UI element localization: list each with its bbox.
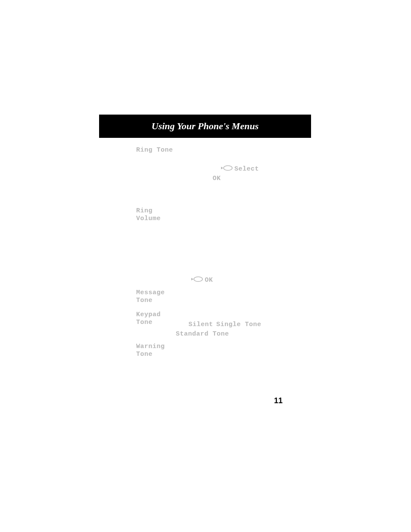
- opt-silent: Silent: [189, 321, 213, 328]
- page-title: Using Your Phone's Menus: [152, 121, 258, 132]
- ring-volume-p3-before: Press: [176, 276, 191, 283]
- softkey-icon: [191, 276, 203, 284]
- ok-label-1: OK: [212, 175, 221, 182]
- ok-label-2: OK: [205, 277, 213, 284]
- desc-ring-volume: Sets the ringer loudness. Use the scroll…: [176, 207, 286, 285]
- softkey-icon: [221, 165, 233, 173]
- row-keypad-tone: Keypad Tone Sets the sound made each tim…: [136, 311, 286, 339]
- ring-volume-p3-after: to save your setting.: [215, 276, 267, 283]
- opt-single: Single Tone: [216, 321, 262, 328]
- ring-volume-p2: Selecting the lowest step turns the ring…: [176, 242, 281, 267]
- label-ring-volume: Ring Volume: [136, 207, 176, 223]
- select-label: Select: [234, 165, 259, 173]
- label-message-tone: Message Tone: [136, 289, 176, 305]
- ring-volume-p1: Sets the ringer loudness. Use the scroll…: [176, 208, 276, 233]
- page-number: 11: [274, 396, 283, 405]
- desc-keypad-tone: Sets the sound made each time you press …: [176, 311, 286, 339]
- row-message-tone: Message Tone Chooses the alert played wh…: [136, 289, 286, 307]
- sep2: or: [262, 320, 268, 327]
- opt-standard: Standard Tone: [176, 330, 229, 338]
- row-ring-tone: Ring Tone Allows you to select a distinc…: [136, 146, 286, 192]
- svg-point-0: [224, 165, 232, 170]
- page: Using Your Phone's Menus Ring Tone Allow…: [0, 0, 411, 532]
- message-tone-p1: Chooses the alert played when a text or …: [176, 290, 277, 305]
- label-warning-tone: Warning Tone: [136, 343, 176, 358]
- keypad-tone-after: .: [229, 330, 231, 337]
- sep1: ,: [213, 320, 217, 327]
- desc-ring-tone: Allows you to select a distinctive ring …: [176, 146, 286, 192]
- row-ring-volume: Ring Volume Sets the ringer loudness. Us…: [136, 207, 286, 285]
- row-warning-tone: Warning Tone Turns confirmation and erro…: [136, 343, 286, 361]
- content-area: Ring Tone Allows you to select a distinc…: [136, 146, 286, 361]
- desc-warning-tone: Turns confirmation and error beeps on or…: [176, 343, 286, 361]
- svg-point-1: [194, 277, 202, 282]
- desc-message-tone: Chooses the alert played when a text or …: [176, 289, 286, 307]
- label-ring-tone: Ring Tone: [136, 146, 176, 154]
- header-bar: Using Your Phone's Menus: [99, 115, 311, 138]
- label-keypad-tone: Keypad Tone: [136, 311, 176, 327]
- warning-tone-p1: Turns confirmation and error beeps on or…: [176, 344, 282, 359]
